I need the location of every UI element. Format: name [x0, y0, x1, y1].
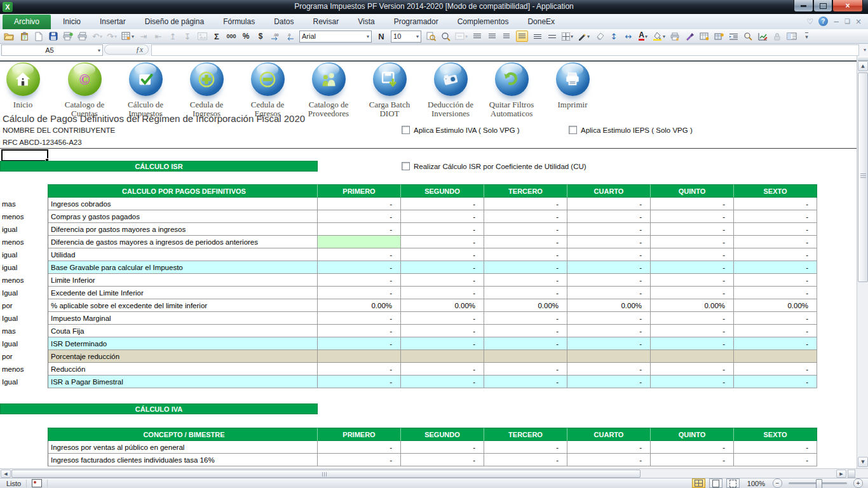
column-width-icon[interactable]: ↔ — [623, 30, 634, 42]
tab-doneex[interactable]: DoneEx — [518, 15, 564, 29]
value-cell[interactable]: - — [401, 337, 484, 350]
find-icon[interactable] — [743, 30, 753, 42]
home-icon[interactable] — [6, 62, 40, 96]
macro-button-cedula-de[interactable]: Cedula de Ingresos — [173, 62, 240, 118]
checkbox-icon[interactable] — [402, 126, 410, 134]
expand-formula-bar-icon[interactable]: ▾ — [864, 47, 866, 53]
align-right-icon[interactable] — [501, 30, 512, 42]
value-cell[interactable]: - — [318, 248, 401, 261]
value-cell[interactable] — [734, 350, 817, 363]
value-cell[interactable]: - — [484, 337, 567, 350]
minus-icon[interactable] — [251, 62, 285, 96]
value-cell[interactable]: - — [484, 312, 567, 325]
formula-input[interactable] — [151, 44, 859, 56]
value-cell[interactable]: - — [318, 337, 401, 350]
zoom-out-button[interactable]: − — [773, 478, 782, 488]
horizontal-scroll-thumb[interactable] — [11, 470, 641, 478]
page-layout-view-button[interactable] — [709, 478, 722, 488]
column-header-segundo[interactable]: SEGUNDO — [401, 428, 484, 441]
value-cell[interactable]: - — [567, 454, 651, 466]
close-button[interactable]: × — [832, 0, 863, 12]
scroll-right-icon[interactable]: ▶ — [836, 470, 846, 478]
value-cell[interactable]: - — [734, 236, 817, 248]
workbook-minimize-icon[interactable]: − — [833, 18, 839, 25]
zoom-level[interactable]: 100% — [747, 480, 765, 487]
value-cell[interactable]: - — [401, 454, 484, 466]
value-cell[interactable]: - — [484, 274, 567, 287]
row-label-cell[interactable]: Impuesto Marginal — [48, 312, 318, 325]
redo-icon[interactable]: ↷▾ — [107, 30, 117, 42]
value-cell[interactable]: - — [318, 261, 401, 274]
favorites-icon[interactable]: ♡ — [806, 18, 813, 25]
maximize-button[interactable] — [813, 0, 832, 12]
value-cell[interactable]: 0.00% — [651, 299, 734, 312]
paste-icon[interactable] — [19, 30, 29, 42]
value-cell[interactable]: - — [734, 312, 817, 325]
column-header-cuarto[interactable]: CUARTO — [567, 428, 651, 441]
row-label-cell[interactable]: Utilidad — [48, 248, 318, 261]
picture-icon[interactable] — [197, 30, 207, 42]
row-label-cell[interactable]: Reducción — [48, 363, 318, 376]
delete-row-icon[interactable]: ↧ — [182, 30, 193, 42]
value-cell[interactable]: - — [651, 363, 734, 376]
minimize-button[interactable] — [794, 0, 813, 12]
tab-vista[interactable]: Vista — [348, 15, 384, 29]
value-cell[interactable]: - — [734, 198, 817, 210]
row-label-cell[interactable]: Ingresos facturados clientes individuale… — [48, 454, 318, 466]
align-justify-icon[interactable] — [532, 30, 543, 42]
new-file-icon[interactable] — [34, 30, 44, 42]
zoom-icon[interactable] — [440, 30, 451, 42]
value-cell[interactable]: - — [651, 287, 734, 299]
row-label-cell[interactable]: Limite Inferior — [48, 274, 318, 287]
value-cell[interactable]: - — [484, 248, 567, 261]
name-box[interactable]: A5 ▾ — [1, 44, 103, 56]
value-cell[interactable]: - — [567, 223, 651, 236]
column-header-quinto[interactable]: QUINTO — [651, 428, 734, 441]
value-cell[interactable]: - — [401, 312, 484, 325]
bold-icon[interactable]: N — [376, 30, 386, 42]
value-cell[interactable]: - — [651, 198, 734, 210]
value-cell[interactable]: - — [484, 441, 567, 454]
fill-color-icon[interactable]: ▾ — [653, 30, 665, 42]
insert-function-button[interactable]: ƒx — [104, 44, 149, 55]
horizontal-scrollbar[interactable]: ◀ ▶ — [0, 468, 868, 478]
zoom-in-button[interactable]: + — [853, 478, 863, 488]
increase-decimal-icon[interactable]: .00 — [270, 30, 280, 42]
value-cell[interactable]: - — [318, 376, 401, 388]
preview-zoom-icon[interactable] — [426, 30, 436, 42]
column-header-primero[interactable]: PRIMERO — [318, 184, 401, 198]
row-label-cell[interactable]: Base Gravable para calcular el Impuesto — [48, 261, 318, 274]
workbook-close-icon[interactable]: × — [855, 18, 862, 25]
value-cell[interactable]: - — [318, 325, 401, 337]
font-name-select[interactable]: Arial▾ — [299, 30, 372, 43]
value-cell[interactable]: - — [651, 337, 734, 350]
align-center-icon[interactable] — [487, 30, 497, 42]
value-cell[interactable]: - — [484, 261, 567, 274]
split-handle[interactable] — [858, 56, 868, 61]
value-cell[interactable]: 0.00% — [318, 299, 401, 312]
currency-format-icon[interactable]: $ — [255, 30, 266, 42]
checkbox-coeficiente-utilidad[interactable]: Realizar Cálculo ISR por Coeficiente de … — [402, 162, 587, 170]
value-cell[interactable]: - — [318, 312, 401, 325]
value-cell[interactable]: - — [401, 441, 484, 454]
value-cell[interactable]: - — [484, 287, 567, 299]
value-cell[interactable]: - — [651, 210, 734, 223]
value-cell[interactable]: - — [651, 454, 734, 466]
value-cell[interactable]: - — [567, 248, 651, 261]
value-cell[interactable]: - — [484, 236, 567, 248]
worksheet[interactable]: Inicio©Catalogo de CuentasCálculo de Imp… — [0, 56, 857, 468]
value-cell[interactable]: - — [734, 287, 817, 299]
value-cell[interactable]: - — [651, 441, 734, 454]
merge-cells-icon[interactable]: ▾ — [455, 30, 468, 42]
value-cell[interactable]: - — [401, 287, 484, 299]
delete-cells-icon[interactable]: ⇤ — [153, 30, 163, 42]
value-cell[interactable]: - — [651, 261, 734, 274]
value-cell[interactable]: - — [734, 274, 817, 287]
macro-button-catalogo-de[interactable]: Catalogo de Proveedores — [295, 62, 362, 118]
value-cell[interactable]: 0.00% — [401, 299, 484, 312]
value-cell[interactable]: - — [567, 363, 651, 376]
value-cell[interactable] — [318, 236, 401, 248]
borders-icon[interactable]: ▾ — [562, 30, 573, 42]
lock-icon[interactable] — [772, 30, 782, 42]
value-cell[interactable] — [318, 350, 401, 363]
